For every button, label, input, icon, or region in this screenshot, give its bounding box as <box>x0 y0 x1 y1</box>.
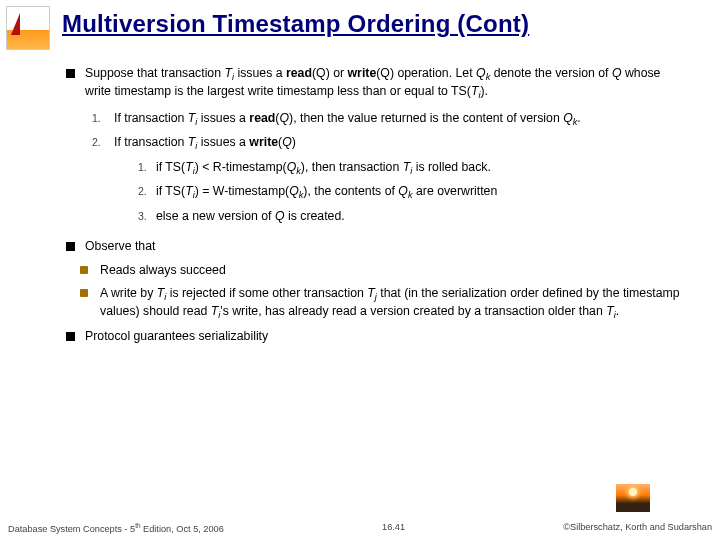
square-bullet-icon <box>66 242 75 251</box>
bullet-protocol: Protocol guarantees serializability <box>66 329 688 345</box>
diamond-bullet-icon <box>80 289 88 297</box>
ordered-list-level1: 1. If transaction Ti issues a read(Q), t… <box>92 111 688 231</box>
sub-bullet-write-rejected: A write by Ti is rejected if some other … <box>80 286 688 323</box>
subitem-rollback: 1. if TS(Ti) < R-timestamp(Qk), then tra… <box>138 160 497 178</box>
item-write-rule: 2. If transaction Ti issues a write(Q) 1… <box>92 135 688 230</box>
subitem-overwrite: 2. if TS(Ti) = W-timestamp(Qk), the cont… <box>138 184 497 202</box>
logo-top-left <box>6 6 50 50</box>
slide-body: Suppose that transaction Ti issues a rea… <box>66 66 688 353</box>
diamond-bullet-icon <box>80 266 88 274</box>
slide-footer: Database System Concepts - 5th Edition, … <box>8 522 712 534</box>
slide-title: Multiversion Timestamp Ordering (Cont) <box>62 10 700 38</box>
square-bullet-icon <box>66 69 75 78</box>
footer-copyright: ©Silberschatz, Korth and Sudarshan <box>563 522 712 534</box>
bullet-suppose: Suppose that transaction Ti issues a rea… <box>66 66 688 103</box>
sub-bullet-reads-succeed: Reads always succeed <box>80 263 688 279</box>
subitem-newversion: 3. else a new version of Q is created. <box>138 209 497 225</box>
footer-left: Database System Concepts - 5th Edition, … <box>8 522 224 534</box>
item-read-rule: 1. If transaction Ti issues a read(Q), t… <box>92 111 688 129</box>
footer-page-number: 16.41 <box>382 522 405 534</box>
square-bullet-icon <box>66 332 75 341</box>
logo-bottom-right <box>616 484 650 512</box>
bullet-observe: Observe that <box>66 239 688 255</box>
